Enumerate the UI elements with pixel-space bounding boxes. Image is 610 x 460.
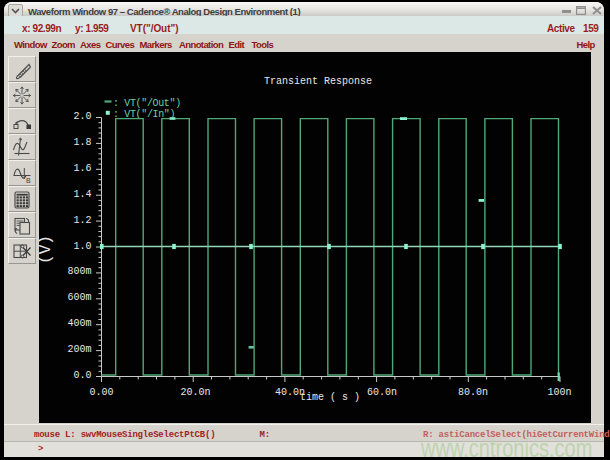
svg-text:1.6: 1.6 <box>73 163 91 174</box>
svg-text:80.0n: 80.0n <box>458 387 488 398</box>
svg-text:B: B <box>26 177 31 184</box>
svg-text:1.4: 1.4 <box>73 189 91 200</box>
svg-text:400m: 400m <box>67 318 91 329</box>
svg-text:60.0n: 60.0n <box>367 387 397 398</box>
svg-text:200m: 200m <box>67 344 91 355</box>
svg-text:time ( s ): time ( s ) <box>300 392 360 403</box>
svg-text:100n: 100n <box>547 387 571 398</box>
svg-text:(V): (V) <box>39 235 55 264</box>
svg-text:800m: 800m <box>67 266 91 277</box>
svg-text:Transient Response: Transient Response <box>264 76 372 87</box>
svg-text:1.8: 1.8 <box>73 137 91 148</box>
svg-text:1.2: 1.2 <box>73 215 91 226</box>
svg-text:1.0: 1.0 <box>73 241 91 252</box>
svg-text:600m: 600m <box>67 292 91 303</box>
svg-text:: VT("/In"): : VT("/In") <box>113 109 175 120</box>
svg-text:0.00: 0.00 <box>89 387 113 398</box>
svg-text:: VT("/Out"): : VT("/Out") <box>113 98 181 109</box>
svg-text:2.0: 2.0 <box>73 111 91 122</box>
svg-text:20.0n: 20.0n <box>180 387 210 398</box>
svg-text:0.0: 0.0 <box>73 370 91 381</box>
